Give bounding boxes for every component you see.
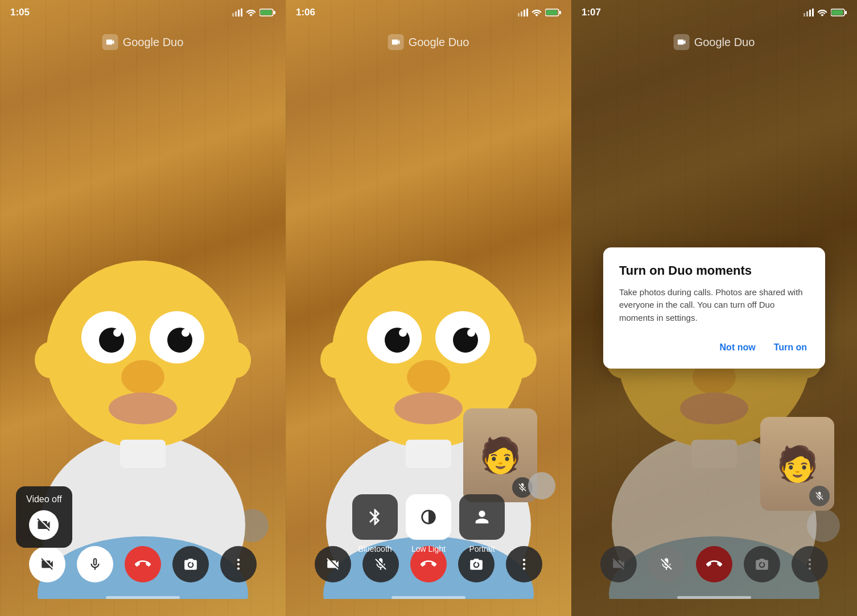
turn-on-btn[interactable]: Turn on <box>772 338 809 357</box>
duo-icon-2 <box>388 34 404 50</box>
svg-point-10 <box>182 329 189 337</box>
dialog-box: Turn on Duo moments Take photos during c… <box>603 247 825 369</box>
dialog-body: Take photos during calls. Photos are sha… <box>619 286 809 325</box>
svg-point-33 <box>399 329 407 337</box>
status-icons-2 <box>518 9 561 16</box>
bluetooth-label: Bluetooth <box>358 544 392 553</box>
not-now-btn[interactable]: Not now <box>718 338 758 357</box>
duo-logo-2: Google Duo <box>388 34 469 50</box>
svg-point-21 <box>237 559 240 561</box>
low-light-btn[interactable] <box>406 494 451 540</box>
svg-point-35 <box>407 360 450 394</box>
svg-point-45 <box>523 559 525 561</box>
status-bar-1: 1:05 <box>0 0 286 25</box>
svg-point-27 <box>320 342 352 378</box>
video-off-icon <box>29 510 59 540</box>
svg-point-36 <box>394 392 463 424</box>
dialog-overlay: Turn on Duo moments Take photos during c… <box>571 0 857 616</box>
svg-point-46 <box>523 563 525 565</box>
home-indicator-1 <box>106 596 180 599</box>
duo-logo-text-2: Google Duo <box>409 36 469 49</box>
svg-rect-39 <box>521 11 522 16</box>
svg-rect-38 <box>518 13 520 16</box>
svg-rect-44 <box>546 10 558 15</box>
phone-panel-3: 1:07 Google Duo Turn on Duo moments Take… <box>571 0 857 616</box>
more-btn-1[interactable] <box>220 546 257 582</box>
svg-rect-37 <box>406 440 451 468</box>
svg-rect-16 <box>238 10 240 16</box>
svg-point-22 <box>237 563 240 565</box>
mute-btn-1[interactable] <box>77 546 113 582</box>
drag-handle-2[interactable] <box>528 472 555 499</box>
duo-icon-1 <box>102 34 118 50</box>
svg-rect-14 <box>232 13 234 16</box>
svg-point-28 <box>505 342 537 378</box>
effects-menu: Bluetooth Low Light Portrait <box>352 494 505 553</box>
svg-rect-19 <box>274 11 275 14</box>
low-light-label: Low Light <box>411 544 446 553</box>
controls-area-1 <box>0 537 286 616</box>
effect-low-light[interactable]: Low Light <box>406 494 451 553</box>
svg-point-11 <box>121 360 164 394</box>
portrait-btn[interactable] <box>459 494 505 540</box>
svg-rect-15 <box>235 11 237 16</box>
svg-point-9 <box>113 329 121 337</box>
bluetooth-btn[interactable] <box>352 494 398 540</box>
duo-logo-1: Google Duo <box>102 34 184 50</box>
video-off-tooltip: Video off <box>16 486 72 548</box>
svg-point-23 <box>237 567 240 569</box>
time-1: 1:05 <box>10 7 30 18</box>
home-indicator-2 <box>392 596 465 599</box>
phone-panel-2: 1:06 Google Duo 🧑 Bluetooth <box>286 0 571 616</box>
status-bar-2: 1:06 <box>286 0 571 25</box>
duo-logo-text-1: Google Duo <box>123 36 184 49</box>
svg-point-4 <box>219 342 251 378</box>
svg-point-12 <box>109 392 177 424</box>
end-call-btn-1[interactable] <box>125 546 161 582</box>
pip-view-2[interactable]: 🧑 <box>463 408 537 502</box>
svg-rect-40 <box>524 10 525 16</box>
svg-rect-13 <box>120 440 166 468</box>
svg-rect-20 <box>261 10 272 15</box>
svg-rect-17 <box>241 9 242 16</box>
phone-panel-1: 1:05 Google Duo Video off <box>0 0 286 616</box>
status-icons-1 <box>232 9 275 16</box>
effect-portrait[interactable]: Portrait <box>459 494 505 553</box>
portrait-label: Portrait <box>469 544 495 553</box>
more-btn-2[interactable] <box>506 546 542 582</box>
svg-point-3 <box>35 342 67 378</box>
dialog-title: Turn on Duo moments <box>619 263 809 278</box>
svg-point-34 <box>467 329 475 337</box>
svg-point-47 <box>523 567 525 569</box>
flip-camera-btn-1[interactable] <box>172 546 209 582</box>
dialog-actions: Not now Turn on <box>619 338 809 357</box>
video-off-label: Video off <box>26 494 62 505</box>
video-toggle-btn-1[interactable] <box>29 546 65 582</box>
svg-rect-43 <box>559 11 561 14</box>
video-toggle-btn-2[interactable] <box>315 546 351 582</box>
svg-rect-41 <box>526 9 528 16</box>
effect-bluetooth[interactable]: Bluetooth <box>352 494 398 553</box>
time-2: 1:06 <box>296 7 315 18</box>
